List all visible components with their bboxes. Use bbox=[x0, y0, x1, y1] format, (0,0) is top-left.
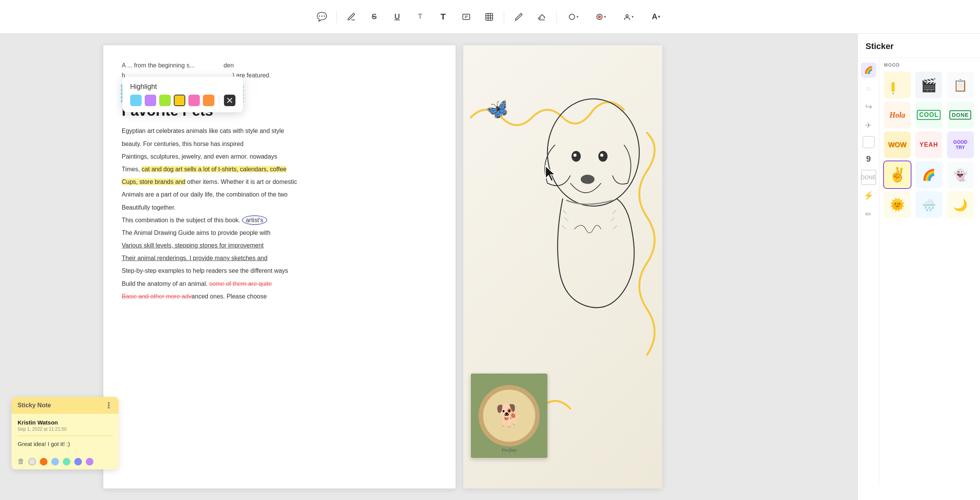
sticker-cat-9[interactable]: 9 bbox=[861, 151, 876, 167]
sticky-date: Sep 1, 2022 at 11:21:50 bbox=[18, 426, 113, 432]
person-tool-btn[interactable]: ▾ bbox=[616, 7, 641, 27]
hcolor-green[interactable] bbox=[159, 95, 171, 106]
doc-body: Egyptian art celebrates animals like cat… bbox=[122, 126, 437, 302]
highlight-popup: Highlight bbox=[122, 77, 243, 112]
sticky-note: Sticky Note Kristin Watson Sep 1, 2022 a… bbox=[11, 397, 119, 470]
svg-rect-16 bbox=[892, 82, 895, 84]
text-color-tool-btn[interactable]: A▾ bbox=[644, 7, 668, 27]
sticker-pencil[interactable] bbox=[884, 72, 911, 98]
butterfly: 🦋 bbox=[484, 96, 511, 123]
comment-tool-btn[interactable]: 💬 bbox=[312, 7, 332, 27]
sticker-peace[interactable]: ✌️ bbox=[884, 161, 911, 188]
shape-tool-btn[interactable]: ▾ bbox=[561, 7, 586, 27]
sticker-sun[interactable]: 🌞 bbox=[884, 191, 911, 218]
underline-2: Their animal renderings. I provide many … bbox=[122, 255, 268, 261]
svg-rect-0 bbox=[463, 14, 470, 20]
sticker-panel-content: 🌈 ○ ↪ ✈ 9 DONE ⚡ ✏ MOOD 🎬 bbox=[858, 58, 980, 486]
sticker-hola[interactable]: Hola bbox=[884, 102, 911, 128]
svg-point-2 bbox=[569, 14, 575, 20]
svg-point-10 bbox=[573, 154, 577, 157]
sticker-cat-mood[interactable]: 🌈 bbox=[861, 62, 876, 78]
highlight-popup-title: Highlight bbox=[130, 83, 235, 91]
underline-1: Various skill levels, stepping stones fo… bbox=[122, 242, 264, 249]
sticky-body: Kristin Watson Sep 1, 2022 at 11:21:50 G… bbox=[11, 414, 119, 454]
table-tool-btn[interactable] bbox=[479, 7, 499, 27]
sticker-cat-arrow[interactable]: ↪ bbox=[861, 99, 876, 115]
sticky-delete-btn[interactable]: 🗑 bbox=[18, 457, 24, 466]
strikethrough-tool-btn[interactable]: S bbox=[364, 7, 384, 27]
sticker-clapboard[interactable]: 🎬 bbox=[915, 72, 942, 98]
sticker-grid: 🎬 📋 Hola COOL DONE bbox=[884, 72, 975, 218]
sticky-menu-icon[interactable] bbox=[105, 402, 113, 409]
toolbar-divider-1 bbox=[336, 11, 337, 23]
sticky-separator bbox=[18, 436, 113, 436]
hcolor-purple[interactable] bbox=[145, 95, 156, 106]
sticky-color-blue[interactable] bbox=[51, 458, 59, 466]
color-shape-tool-btn[interactable]: ▾ bbox=[589, 7, 613, 27]
sticker-goodtry[interactable]: GOODTRY bbox=[947, 131, 974, 158]
sticker-cool[interactable]: COOL bbox=[915, 102, 942, 128]
svg-point-12 bbox=[108, 402, 109, 403]
toolbar-divider-3 bbox=[556, 11, 557, 23]
svg-point-11 bbox=[600, 154, 603, 157]
sticker-grid-area: MOOD 🎬 📋 Hola bbox=[879, 58, 980, 486]
circle-highlight: artist's bbox=[242, 215, 267, 225]
sticky-footer: 🗑 bbox=[11, 454, 119, 469]
sticker-done[interactable]: DONE bbox=[947, 102, 974, 128]
sticker-moon[interactable]: 🌙 bbox=[947, 191, 974, 218]
sticker-wow[interactable]: WOW bbox=[884, 131, 911, 158]
hcolor-eraser[interactable] bbox=[224, 95, 235, 106]
hcolor-divider bbox=[219, 96, 219, 105]
sticker-cat-box[interactable] bbox=[862, 136, 875, 148]
toolbar-divider-2 bbox=[504, 11, 504, 23]
sticker-cat-diamond[interactable]: DONE bbox=[861, 170, 876, 185]
svg-point-8 bbox=[572, 151, 581, 162]
sticker-notepad[interactable]: 📋 bbox=[947, 72, 974, 98]
sticker-categories: 🌈 ○ ↪ ✈ 9 DONE ⚡ ✏ bbox=[858, 58, 879, 486]
sticky-color-purple[interactable] bbox=[86, 458, 93, 466]
sticker-section-label: MOOD bbox=[884, 62, 975, 68]
svg-point-13 bbox=[108, 405, 109, 406]
text-tool-btn[interactable]: T bbox=[433, 7, 453, 27]
dog-image-area: 🦋 bbox=[463, 45, 662, 489]
pencil-tool-btn[interactable] bbox=[509, 7, 529, 27]
sticky-message: Great idea! I got it! :) bbox=[18, 440, 113, 449]
sticker-cat-bolt[interactable]: ⚡ bbox=[861, 188, 876, 203]
strikethrough-text-2: Basic and other more adv bbox=[122, 293, 191, 300]
sticker-yeah[interactable]: YEAH bbox=[915, 131, 942, 158]
sticky-header: Sticky Note bbox=[11, 397, 119, 414]
text-style-tool-btn[interactable]: T bbox=[410, 7, 430, 27]
highlight-yellow-2: Cups, store brands and bbox=[122, 179, 185, 185]
sticker-cat-circle[interactable]: ○ bbox=[861, 81, 876, 96]
sticker-cat-pencil2[interactable]: ✏ bbox=[861, 207, 876, 222]
sticky-color-teal[interactable] bbox=[63, 458, 70, 466]
pet-photo: 🐕 Perfino bbox=[471, 374, 547, 458]
sticky-color-orange[interactable] bbox=[40, 458, 47, 466]
toolbar: 💬 S U T T ▾ bbox=[0, 0, 980, 34]
sticker-panel-title: Sticker bbox=[858, 41, 980, 58]
sticky-title: Sticky Note bbox=[18, 402, 51, 409]
sticker-ghost[interactable]: 👻 bbox=[947, 161, 974, 188]
sticker-rain-cloud[interactable]: 🌧️ bbox=[915, 191, 942, 218]
sticker-nice-rainbow[interactable]: 🌈 bbox=[915, 161, 942, 188]
main-area: Highlight A ... from the beginning s... … bbox=[0, 34, 980, 500]
underline-tool-btn[interactable]: U bbox=[387, 7, 407, 27]
svg-point-7 bbox=[581, 175, 595, 184]
sticker-cat-plane[interactable]: ✈ bbox=[861, 118, 876, 133]
sticker-panel: Sticker 🌈 ○ ↪ ✈ 9 DONE ⚡ ✏ MOOD bbox=[858, 34, 980, 500]
text-box-tool-btn[interactable] bbox=[456, 7, 476, 27]
strikethrough-text: some of them are quite bbox=[209, 280, 272, 287]
highlight-colors bbox=[130, 95, 235, 106]
sticky-color-none[interactable] bbox=[28, 458, 36, 466]
pen-tool-btn[interactable] bbox=[341, 7, 361, 27]
hcolor-pink[interactable] bbox=[188, 95, 200, 106]
svg-rect-1 bbox=[486, 13, 493, 20]
hcolor-orange[interactable] bbox=[203, 95, 214, 106]
hcolor-blue[interactable] bbox=[130, 95, 142, 106]
svg-point-14 bbox=[108, 407, 109, 408]
sticky-color-indigo[interactable] bbox=[74, 458, 82, 466]
eraser-tool-btn[interactable] bbox=[532, 7, 552, 27]
hcolor-yellow[interactable] bbox=[174, 95, 185, 106]
sticky-author: Kristin Watson bbox=[18, 419, 113, 426]
svg-point-4 bbox=[598, 15, 601, 18]
